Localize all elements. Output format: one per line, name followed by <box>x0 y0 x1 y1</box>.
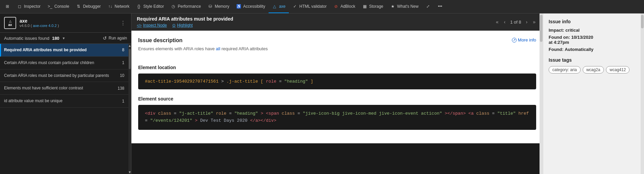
scroll-down-arrow[interactable]: ▼ <box>128 170 131 174</box>
toolbar-performance[interactable]: ◷ Performance <box>167 0 204 13</box>
nav-prev-button[interactable]: ‹ <box>502 19 508 25</box>
axe-label: axe <box>279 4 285 9</box>
style-editor-icon: {} <box>136 4 142 9</box>
issue-tags-section: Issue tags category: aria wcag2a wcag412 <box>549 57 639 74</box>
axe-info: axe v4.6.0 ( axe-core 4.0.2 ) <box>20 18 59 28</box>
debugger-icon: ⇅ <box>76 4 81 9</box>
toolbar-console[interactable]: >_ Console <box>44 0 72 13</box>
issue-item-2[interactable]: Certain ARIA roles must contain particul… <box>0 57 128 69</box>
toolbar: ⊞ ◻ Inspector >_ Console ⇅ Debugger ↑↓ N… <box>0 0 644 13</box>
main-layout: △ ax axe v4.6.0 ( axe-core 4.0.2 ) ⋮ Aut… <box>0 13 644 174</box>
issues-count: 180 <box>52 36 59 41</box>
toolbar-style-editor[interactable]: {} Style Editor <box>133 0 167 13</box>
found-on-row: Found on: 10/13/2020at 4:27pm <box>549 35 639 45</box>
more-info-link[interactable]: ↗ More info <box>512 37 536 42</box>
content-header-left: Required ARIA attributes must be provide… <box>137 16 233 28</box>
toolbar-whats-new[interactable]: ★ What's New <box>387 0 422 13</box>
memory-icon: ⛁ <box>208 4 213 9</box>
issue-count-5: 1 <box>118 99 124 104</box>
axe-version: v4.6.0 ( axe-core 4.0.2 ) <box>20 24 59 28</box>
sidebar-menu-button[interactable]: ⋮ <box>119 19 127 28</box>
issue-item-5[interactable]: id attribute value must be unique 1 <box>0 95 128 108</box>
storage-label: Storage <box>369 4 383 9</box>
code-id: #act-title-19540292707471561 <box>145 79 218 84</box>
issue-item-4[interactable]: Elements must have sufficient color cont… <box>0 82 128 95</box>
nav-next-button[interactable]: › <box>524 19 530 25</box>
toolbar-accessibility[interactable]: ♿ Accessibility <box>233 0 269 13</box>
content-body: ↗ More info Issue description Ensures el… <box>131 31 543 143</box>
code-val: "heading" <box>284 79 308 84</box>
sidebar-scrollbar[interactable]: ▲ ▼ <box>128 44 131 174</box>
code-bracket-close: ] <box>311 79 313 84</box>
more-icon: ••• <box>437 4 443 9</box>
content-header: Required ARIA attributes must be provide… <box>131 13 543 31</box>
run-again-icon: ↺ <box>103 35 107 41</box>
whats-new-icon: ★ <box>390 4 395 9</box>
code-div-open-close: > <box>260 111 263 116</box>
toolbar-more[interactable]: ••• <box>434 0 446 13</box>
issue-count-4: 138 <box>118 86 124 91</box>
issues-list-wrapper: Required ARIA attributes must be provide… <box>0 44 131 174</box>
performance-label: Performance <box>178 4 201 9</box>
right-panel-scrollbar[interactable] <box>641 13 644 174</box>
issue-label-2: Certain ARIA roles must contain particul… <box>4 60 115 66</box>
issue-label-4: Elements must have sufficient color cont… <box>4 85 115 91</box>
code-role-val: "heading" <box>234 111 258 116</box>
issue-count-2: 1 <box>118 60 124 65</box>
content-area: Required ARIA attributes must be provide… <box>131 13 543 143</box>
nav-last-button[interactable]: » <box>531 19 538 25</box>
sidebar-scroll-thumb[interactable] <box>129 49 131 69</box>
network-label: Network <box>115 4 129 9</box>
toolbar-debugger[interactable]: ⇅ Debugger <box>72 0 104 13</box>
issue-info-title: Issue info <box>549 19 639 24</box>
found-row: Found: Automatically <box>549 47 639 52</box>
html-validator-label: HTML validator <box>299 4 327 9</box>
tag-category-aria: category: aria <box>549 66 581 74</box>
scroll-up-arrow[interactable]: ▲ <box>128 44 131 48</box>
element-source-section: Element source <div class = "j-act-title… <box>138 96 536 130</box>
found-label: Found: <box>549 47 563 52</box>
issues-dropdown-arrow[interactable]: ▼ <box>62 36 65 40</box>
content-scroll-thumb[interactable] <box>540 15 543 42</box>
issue-item-3[interactable]: Certain ARIA roles must be contained by … <box>0 69 128 82</box>
highlight-link[interactable]: ⊙ Highlight <box>172 23 193 28</box>
issue-label-3: Certain ARIA roles must be contained by … <box>4 73 115 79</box>
highlight-label: Highlight <box>177 23 193 28</box>
issue-label-1: Required ARIA attributes must be provide… <box>4 47 115 53</box>
memory-label: Memory <box>215 4 229 9</box>
issue-description-title: Issue description <box>138 37 536 44</box>
inspector-label: Inspector <box>24 4 40 9</box>
toolbar-network[interactable]: ↑↓ Network <box>104 0 133 13</box>
found-value: Automatically <box>565 47 593 52</box>
console-label: Console <box>54 4 69 9</box>
nav-first-button[interactable]: « <box>494 19 501 25</box>
tags-container: category: aria wcag2a wcag412 <box>549 66 639 74</box>
axe-core-link[interactable]: axe-core 4.0.2 <box>33 24 57 28</box>
code-href-val: "/events/124201" <box>150 118 192 123</box>
toolbar-adblock[interactable]: ⊘ AdBlock <box>330 0 359 13</box>
code-span-close: ></span> <box>445 111 466 116</box>
toolbar-storage[interactable]: ▦ Storage <box>359 0 387 13</box>
inspect-node-label: Inspect Node <box>143 23 167 28</box>
run-again-button[interactable]: ↺ Run again <box>103 35 127 41</box>
inspect-node-link[interactable]: </> Inspect Node <box>137 23 167 28</box>
code-link-text: Dev Test Days 2020 <box>200 118 247 123</box>
code-div-open: <div <box>145 111 155 116</box>
toolbar-devtools-icon[interactable]: ⊞ <box>1 0 13 13</box>
right-panel: Issue info Impact: critical Found on: 10… <box>543 13 644 174</box>
issue-item-1[interactable]: Required ARIA attributes must be provide… <box>0 44 128 57</box>
content-scrollbar[interactable] <box>540 13 543 174</box>
debugger-label: Debugger <box>83 4 101 9</box>
performance-icon: ◷ <box>171 4 176 9</box>
header-actions: </> Inspect Node ⊙ Highlight <box>137 23 233 28</box>
toolbar-memory[interactable]: ⛁ Memory <box>204 0 233 13</box>
code-role-attr: role <box>216 111 226 116</box>
right-scroll-thumb[interactable] <box>641 15 644 28</box>
toolbar-html-validator[interactable]: ✓ HTML validator <box>289 0 330 13</box>
network-icon: ↑↓ <box>108 4 113 9</box>
toolbar-inspector[interactable]: ◻ Inspector <box>13 0 44 13</box>
toolbar-resize[interactable]: ⤢ <box>422 0 434 13</box>
style-editor-label: Style Editor <box>143 4 164 9</box>
code-selector: .j-act-title <box>226 79 258 84</box>
toolbar-axe[interactable]: △ axe <box>269 0 289 13</box>
